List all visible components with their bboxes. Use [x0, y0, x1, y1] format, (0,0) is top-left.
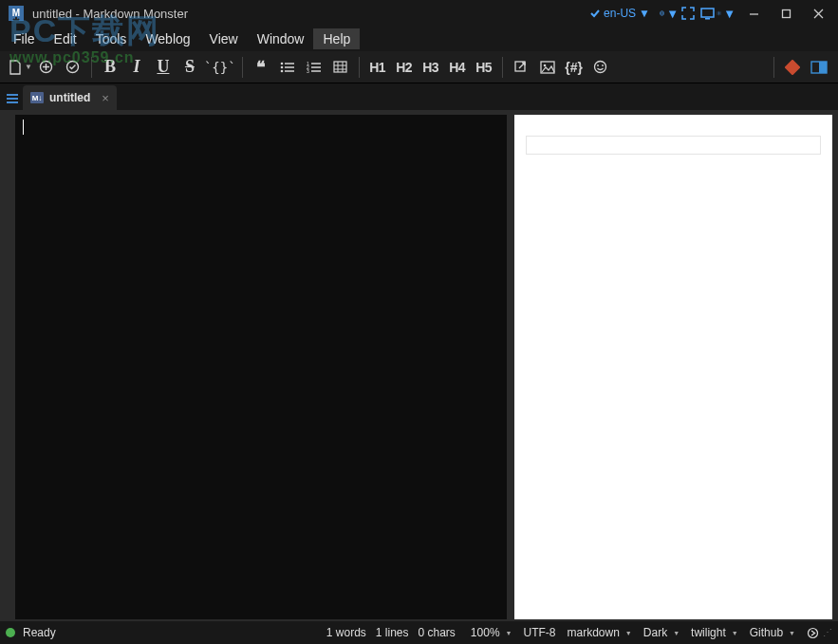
text-cursor — [23, 120, 24, 135]
italic-button[interactable]: I — [124, 55, 149, 80]
status-indicator-icon — [6, 628, 15, 637]
app-theme-label: Dark — [643, 626, 667, 639]
mode-label: markdown — [568, 626, 620, 639]
statusbar: Ready 1 words 1 lines 0 chars 100%▼ UTF-… — [0, 621, 838, 644]
menu-edit[interactable]: Edit — [45, 28, 86, 49]
svg-text:3: 3 — [307, 68, 309, 74]
status-chars: 0 chars — [419, 626, 456, 639]
preview-content-box — [526, 136, 821, 155]
presentation-icon[interactable] — [698, 0, 717, 27]
svg-point-31 — [543, 64, 546, 66]
table-button[interactable] — [328, 55, 353, 80]
new-file-button[interactable]: ▼ — [7, 55, 32, 80]
svg-rect-24 — [334, 62, 346, 72]
editor-theme-label: twilight — [691, 626, 726, 639]
status-expand-button[interactable] — [807, 627, 819, 639]
emoji-button[interactable] — [588, 55, 613, 80]
encoding-label: UTF-8 — [524, 626, 556, 639]
underline-button[interactable]: U — [151, 55, 176, 80]
menu-window[interactable]: Window — [248, 28, 314, 49]
h5-button[interactable]: H5 — [472, 55, 496, 80]
maximize-button[interactable] — [772, 0, 800, 27]
tab-menu-button[interactable] — [4, 87, 21, 110]
svg-point-14 — [280, 65, 283, 68]
editor-pane[interactable] — [15, 115, 507, 619]
close-button[interactable] — [804, 0, 832, 27]
toolbar-separator — [91, 57, 92, 78]
menubar: File Edit Tools Weblog View Window Help — [0, 27, 838, 51]
status-words: 1 words — [326, 626, 366, 639]
settings-icon[interactable]: ▼ — [717, 0, 736, 27]
svg-point-41 — [809, 628, 818, 637]
toolbar-separator — [242, 57, 243, 78]
code-button[interactable]: `{}` — [204, 55, 236, 80]
svg-text:M: M — [12, 8, 20, 18]
tabbar: M↓ untitled × — [0, 83, 838, 110]
strikethrough-button[interactable]: S — [177, 55, 202, 80]
language-label: en-US — [604, 7, 636, 20]
status-ready: Ready — [23, 626, 56, 639]
save-button[interactable] — [61, 55, 85, 80]
hash-button[interactable]: {#} — [562, 55, 587, 80]
svg-point-12 — [280, 62, 283, 64]
git-button[interactable] — [780, 55, 805, 80]
preview-pane — [514, 115, 832, 619]
menu-weblog[interactable]: Weblog — [136, 28, 199, 49]
svg-rect-35 — [785, 60, 800, 75]
svg-point-11 — [67, 62, 79, 73]
zoom-label: 100% — [471, 626, 500, 639]
quote-button[interactable]: ❝ — [249, 55, 273, 80]
toolbar-separator — [502, 57, 503, 78]
svg-rect-5 — [701, 9, 714, 17]
bold-button[interactable]: B — [98, 55, 122, 80]
encoding-selector[interactable]: UTF-8 — [524, 626, 556, 639]
status-lines: 1 lines — [376, 626, 409, 639]
h1-button[interactable]: H1 — [365, 55, 390, 80]
titlebar: M untitled - Markdown Monster en-US ▼ ▼ … — [0, 0, 838, 27]
mode-selector[interactable]: markdown▼ — [568, 626, 632, 639]
svg-point-16 — [280, 69, 283, 72]
fullscreen-icon[interactable] — [679, 0, 698, 27]
language-selector[interactable]: en-US ▼ — [589, 7, 650, 20]
menu-tools[interactable]: Tools — [86, 28, 137, 49]
zoom-selector[interactable]: 100%▼ — [471, 626, 512, 639]
numbered-list-button[interactable]: 123 — [302, 55, 326, 80]
minimize-button[interactable] — [739, 0, 768, 27]
tab-label: untitled — [49, 91, 90, 104]
svg-point-32 — [595, 62, 606, 73]
window-title: untitled - Markdown Monster — [32, 7, 188, 21]
h4-button[interactable]: H4 — [445, 55, 470, 80]
open-file-button[interactable] — [34, 55, 59, 80]
toolbar-separator — [773, 57, 774, 78]
svg-point-7 — [718, 12, 719, 13]
preview-theme-label: Github — [750, 626, 783, 639]
menu-help[interactable]: Help — [313, 28, 360, 49]
editor-tab[interactable]: M↓ untitled × — [23, 85, 117, 110]
svg-point-33 — [597, 64, 599, 66]
menu-view[interactable]: View — [200, 28, 248, 49]
toolbar: ▼ B I U S `{}` ❝ 123 H1 H2 H3 H4 H5 {#} — [0, 51, 838, 83]
app-icon: M — [6, 3, 27, 24]
globe-icon[interactable]: ▼ — [660, 0, 679, 27]
svg-rect-9 — [782, 9, 790, 17]
content-area — [0, 110, 838, 621]
h3-button[interactable]: H3 — [419, 55, 443, 80]
app-theme-selector[interactable]: Dark▼ — [643, 626, 680, 639]
bullet-list-button[interactable] — [275, 55, 300, 80]
toolbar-separator — [359, 57, 360, 78]
menu-file[interactable]: File — [4, 28, 45, 49]
preview-toggle-button[interactable] — [807, 55, 831, 80]
resize-grip-icon[interactable]: ⋰ — [823, 629, 832, 636]
markdown-file-icon: M↓ — [30, 92, 44, 103]
svg-rect-6 — [705, 18, 710, 20]
link-button[interactable] — [509, 55, 533, 80]
tab-close-button[interactable]: × — [102, 91, 109, 105]
preview-theme-selector[interactable]: Github▼ — [750, 626, 795, 639]
h2-button[interactable]: H2 — [392, 55, 417, 80]
editor-theme-selector[interactable]: twilight▼ — [691, 626, 738, 639]
svg-rect-37 — [819, 62, 827, 73]
svg-point-34 — [602, 64, 604, 66]
image-button[interactable] — [535, 55, 560, 80]
